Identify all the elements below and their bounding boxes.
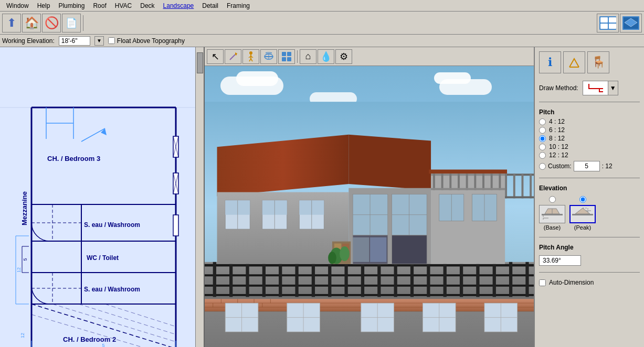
svg-rect-64 [282, 52, 286, 56]
menu-framing[interactable]: Framing [223, 1, 254, 10]
svg-line-58 [249, 59, 251, 61]
view-btn-pencil[interactable] [225, 49, 241, 64]
base-elevation-icon[interactable] [539, 205, 565, 223]
building-svg [205, 66, 534, 347]
room-label-toilet: WC / Toilet [87, 254, 119, 262]
view-btn-select[interactable]: ↖ [207, 49, 224, 64]
toolbar-btn-house[interactable]: 🏠 [22, 14, 41, 32]
scrollbar-thumb[interactable] [197, 52, 203, 73]
pitch-option-12-12[interactable]: 12 : 12 [539, 151, 640, 159]
svg-rect-8 [0, 47, 197, 347]
custom-pitch-row: Custom: : 12 [539, 161, 640, 171]
svg-rect-92 [509, 262, 512, 297]
view-btn-grid[interactable] [278, 49, 295, 64]
toolbar-btn-page[interactable]: 📄 [62, 14, 81, 32]
menu-help[interactable]: Help [33, 1, 55, 10]
view-3d-panel: ↖ [205, 47, 534, 347]
svg-rect-126 [482, 174, 484, 190]
panel-sep-3 [539, 237, 640, 237]
svg-rect-91 [493, 262, 496, 297]
svg-rect-80 [312, 262, 315, 297]
svg-rect-1 [600, 17, 608, 23]
pitch-angle-value: 33.69° [539, 255, 581, 266]
pitch-radio-6-12[interactable] [539, 127, 546, 134]
svg-rect-78 [279, 262, 282, 297]
svg-marker-118 [429, 169, 507, 174]
svg-rect-129 [431, 188, 505, 190]
info-button[interactable]: ℹ [539, 51, 561, 73]
toolbar-btn-delete[interactable]: 🚫 [42, 14, 61, 32]
pitch-radio-12-12[interactable] [539, 152, 546, 159]
svg-rect-120 [433, 174, 435, 190]
menu-plumbing[interactable]: Plumbing [54, 1, 89, 10]
custom-pitch-input[interactable] [574, 161, 600, 171]
float-checkbox-group: Float Above Topography [108, 37, 185, 45]
panel-sep-1 [539, 102, 640, 102]
toolbar-btn-2d-view[interactable] [597, 14, 619, 32]
svg-rect-123 [458, 174, 460, 190]
draw-method-dropdown-btn[interactable]: ▼ [608, 81, 618, 95]
view-btn-settings[interactable]: ⚙ [335, 49, 352, 64]
view-btn-water[interactable]: 💧 [318, 49, 334, 64]
pitch-radio-8-12[interactable] [539, 135, 546, 142]
auto-dimension-checkbox[interactable] [539, 279, 546, 286]
room-label-bedroom3: CH. / Bedroom 3 [47, 155, 100, 162]
svg-rect-72 [205, 285, 534, 287]
draw-tool-button[interactable] [563, 51, 585, 73]
pitch-radio-4-12[interactable] [539, 118, 546, 125]
svg-rect-116 [370, 237, 386, 262]
svg-marker-95 [349, 135, 431, 190]
view-3d-toolbar: ↖ [205, 47, 534, 66]
svg-rect-115 [353, 237, 369, 262]
menu-hvac[interactable]: HVAC [111, 1, 136, 10]
float-label: Float Above Topography [117, 37, 185, 45]
pitch-radio-custom[interactable] [539, 163, 546, 170]
svg-rect-125 [474, 174, 476, 190]
elevation-radio-base[interactable] [549, 196, 556, 203]
svg-rect-84 [377, 262, 381, 297]
elevation-radio-peak[interactable] [579, 196, 586, 203]
svg-line-59 [251, 59, 252, 61]
peak-elevation-icon[interactable] [569, 205, 596, 223]
toolbar-btn-3d-view[interactable] [620, 14, 642, 32]
svg-rect-175 [588, 84, 589, 89]
svg-rect-76 [246, 262, 249, 297]
svg-rect-169 [513, 174, 515, 198]
right-panel-top-toolbar: ℹ 🪑 [539, 51, 640, 73]
elevation-bar: Working Elevation: ▼ Float Above Topogra… [0, 35, 644, 47]
menu-roof[interactable]: Roof [89, 1, 110, 10]
svg-rect-71 [205, 274, 534, 276]
menu-landscape[interactable]: Landscape [159, 1, 198, 10]
menu-window[interactable]: Window [2, 1, 33, 10]
draw-method-icon[interactable] [583, 81, 608, 95]
view-btn-helicopter[interactable] [260, 49, 277, 64]
furniture-button[interactable]: 🪑 [587, 51, 609, 73]
view-btn-house[interactable]: ⌂ [300, 49, 316, 64]
pitch-option-10-12[interactable]: 10 : 12 [539, 143, 640, 150]
elevation-dropdown[interactable]: ▼ [94, 36, 104, 46]
custom-pitch-label: Custom: [548, 162, 572, 170]
toolbar-btn-pointer[interactable]: ⬆ [2, 14, 21, 32]
svg-text:12: 12 [20, 333, 25, 338]
draw-method-section: Draw Method: ▼ [539, 81, 640, 95]
svg-line-52 [230, 55, 235, 60]
view-3d-image [205, 66, 534, 347]
menu-detail[interactable]: Detail [198, 1, 223, 10]
pitch-option-8-12[interactable]: 8 : 12 [539, 135, 640, 142]
svg-rect-90 [476, 262, 479, 297]
v-scrollbar[interactable] [195, 47, 204, 347]
float-checkbox[interactable] [108, 37, 115, 44]
svg-rect-86 [410, 262, 414, 297]
svg-rect-172 [505, 196, 534, 198]
svg-rect-174 [588, 88, 603, 89]
svg-rect-122 [449, 174, 451, 190]
pitch-option-6-12[interactable]: 6 : 12 [539, 126, 640, 134]
menu-deck[interactable]: Deck [136, 1, 159, 10]
view-btn-walk[interactable] [242, 49, 259, 64]
pitch-option-4-12[interactable]: 4 : 12 [539, 118, 640, 125]
room-label-bedroom2: CH. / Bedroom 2 [63, 335, 116, 343]
svg-rect-170 [521, 174, 523, 198]
elevation-input[interactable] [59, 36, 90, 46]
elevation-icons-row: (Base) (Peak) [539, 196, 640, 231]
pitch-radio-10-12[interactable] [539, 144, 546, 150]
